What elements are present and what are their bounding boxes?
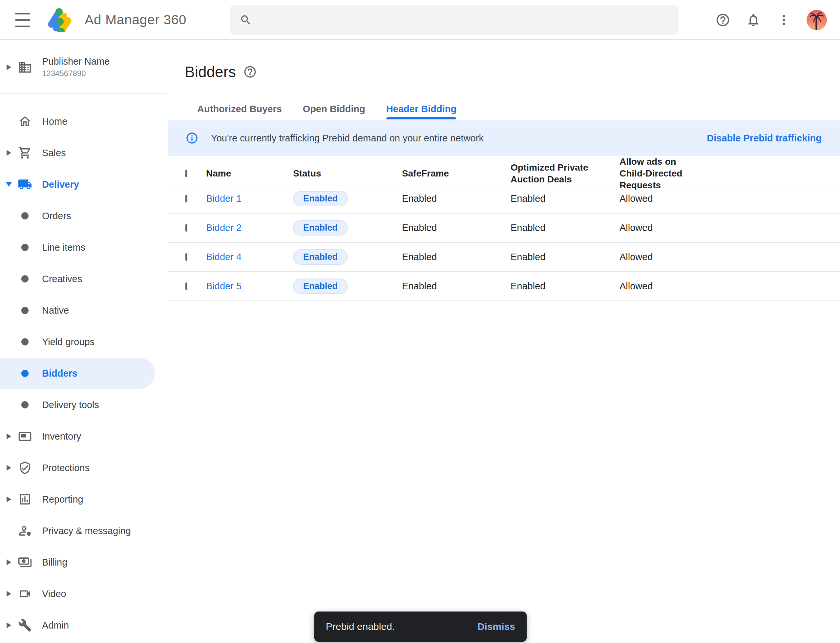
bidder-link[interactable]: Bidder 2 <box>206 222 242 233</box>
bidder-link[interactable]: Bidder 4 <box>206 251 242 262</box>
sidebar-item-admin[interactable]: Admin <box>0 610 167 641</box>
column-header-opad: Optimized Private Auction Deals <box>511 162 593 185</box>
bidders-table: Name Status SafeFrame Optimized Private … <box>168 156 840 301</box>
search-input[interactable] <box>260 15 669 26</box>
expand-caret-icon[interactable] <box>7 622 11 628</box>
publisher-name: Publisher Name <box>42 56 109 67</box>
videocam-icon <box>18 587 32 601</box>
main-content: Bidders Authorized Buyers Open Bidding H… <box>168 41 840 643</box>
expand-caret-icon[interactable] <box>7 64 11 70</box>
expand-caret-icon[interactable] <box>7 465 11 471</box>
row-checkbox[interactable] <box>185 195 187 202</box>
child-directed-value: Allowed <box>619 281 840 292</box>
expand-caret-icon[interactable] <box>7 433 11 439</box>
search-bar[interactable] <box>230 5 678 35</box>
user-avatar[interactable] <box>807 10 827 30</box>
safeframe-value: Enabled <box>402 281 511 292</box>
tab-open-bidding[interactable]: Open Bidding <box>303 98 365 119</box>
home-icon <box>18 114 32 128</box>
dismiss-button[interactable]: Dismiss <box>477 621 515 632</box>
sidebar-item-native[interactable]: Native <box>0 295 167 326</box>
payments-icon <box>18 555 32 570</box>
sidebar-item-billing[interactable]: Billing <box>0 547 167 578</box>
app-title: Ad Manager 360 <box>85 12 186 28</box>
table-row: Bidder 4 Enabled Enabled Enabled Allowed <box>168 243 840 272</box>
status-chip: Enabled <box>293 220 348 235</box>
bullet-icon <box>21 244 29 251</box>
table-row: Bidder 2 Enabled Enabled Enabled Allowed <box>168 214 840 243</box>
status-chip: Enabled <box>293 191 348 206</box>
sidebar-item-delivery-tools[interactable]: Delivery tools <box>0 389 167 421</box>
sidebar-item-delivery[interactable]: Delivery <box>0 169 167 200</box>
bullet-icon <box>21 370 29 377</box>
opad-value: Enabled <box>511 193 619 204</box>
child-directed-value: Allowed <box>619 222 840 233</box>
bidder-link[interactable]: Bidder 1 <box>206 193 242 204</box>
safeframe-value: Enabled <box>402 251 511 263</box>
publisher-id: 1234567890 <box>42 69 109 78</box>
notifications-icon[interactable] <box>745 12 761 28</box>
table-row: Bidder 5 Enabled Enabled Enabled Allowed <box>168 272 840 301</box>
bullet-icon <box>21 212 29 219</box>
toast-message: Prebid enabled. <box>326 621 395 632</box>
page-title-row: Bidders <box>185 63 257 81</box>
tab-authorized-buyers[interactable]: Authorized Buyers <box>197 98 282 119</box>
expand-caret-icon[interactable] <box>7 559 11 565</box>
toast-snackbar: Prebid enabled. Dismiss <box>314 612 527 642</box>
disable-prebid-link[interactable]: Disable Prebid trafficking <box>707 133 822 144</box>
collapse-caret-icon[interactable] <box>6 182 12 187</box>
column-header-safeframe: SafeFrame <box>402 168 511 180</box>
sidebar-item-orders[interactable]: Orders <box>0 200 167 232</box>
sidebar-item-home[interactable]: Home <box>0 106 167 137</box>
expand-caret-icon[interactable] <box>7 591 11 597</box>
sidebar-item-sales[interactable]: Sales <box>0 137 167 169</box>
select-all-checkbox[interactable] <box>185 170 187 177</box>
sidebar-item-inventory[interactable]: Inventory <box>0 421 167 452</box>
column-header-child-directed: Allow ads on Child-Directed Requests <box>619 156 701 191</box>
palm-tree-silhouette <box>809 12 825 30</box>
child-directed-value: Allowed <box>619 251 840 263</box>
wrench-icon <box>18 619 32 632</box>
shield-check-icon <box>18 461 32 475</box>
row-checkbox[interactable] <box>185 224 187 232</box>
sidebar: Publisher Name 1234567890 Home Sales <box>0 41 167 643</box>
opad-value: Enabled <box>511 251 619 263</box>
ad-unit-icon <box>18 429 32 443</box>
safeframe-value: Enabled <box>402 193 511 204</box>
sidebar-item-privacy-messaging[interactable]: Privacy & messaging <box>0 515 167 547</box>
cart-icon <box>18 146 32 160</box>
expand-caret-icon[interactable] <box>7 150 11 156</box>
prebid-info-banner: You're currently trafficking Prebid dema… <box>168 121 840 156</box>
more-options-icon[interactable] <box>776 12 792 28</box>
ad-manager-logo-icon <box>47 8 72 32</box>
bullet-icon <box>21 401 29 408</box>
status-chip: Enabled <box>293 279 348 294</box>
truck-icon <box>18 177 32 192</box>
publisher-selector[interactable]: Publisher Name 1234567890 <box>0 41 167 94</box>
sidebar-item-reporting[interactable]: Reporting <box>0 483 167 515</box>
sidebar-item-video[interactable]: Video <box>0 578 167 610</box>
banner-message: You're currently trafficking Prebid dema… <box>211 133 484 144</box>
sidebar-item-bidders[interactable]: Bidders <box>0 357 167 389</box>
row-checkbox[interactable] <box>185 253 187 261</box>
status-chip: Enabled <box>293 249 348 265</box>
bidder-link[interactable]: Bidder 5 <box>206 281 242 291</box>
help-icon[interactable] <box>715 12 731 28</box>
sidebar-item-protections[interactable]: Protections <box>0 452 167 483</box>
sidebar-item-line-items[interactable]: Line items <box>0 232 167 263</box>
sidebar-nav: Home Sales Delivery Orders <box>0 106 167 641</box>
person-badge-icon <box>18 524 32 538</box>
row-checkbox[interactable] <box>185 282 187 290</box>
opad-value: Enabled <box>511 281 619 292</box>
table-row: Bidder 1 Enabled Enabled Enabled Allowed <box>168 184 840 214</box>
sidebar-item-creatives[interactable]: Creatives <box>0 263 167 295</box>
header-actions <box>715 0 827 40</box>
tab-header-bidding[interactable]: Header Bidding <box>386 98 456 119</box>
column-header-name: Name <box>206 168 293 180</box>
title-help-icon[interactable] <box>243 65 257 79</box>
sidebar-item-yield-groups[interactable]: Yield groups <box>0 326 167 357</box>
bullet-icon <box>21 275 29 282</box>
expand-caret-icon[interactable] <box>7 496 11 502</box>
menu-icon[interactable] <box>15 13 30 27</box>
app-header: Ad Manager 360 <box>0 0 840 40</box>
